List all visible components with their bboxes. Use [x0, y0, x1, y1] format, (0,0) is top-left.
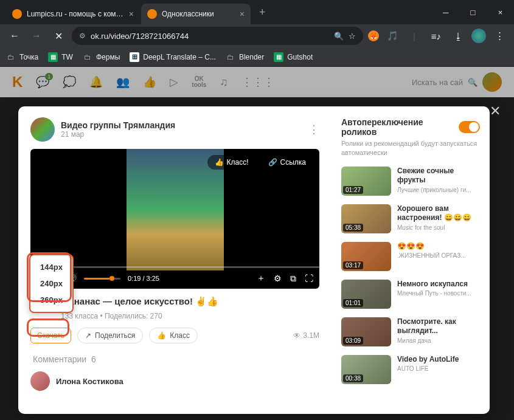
user-avatar[interactable]	[482, 72, 502, 92]
music-icon[interactable]: ♫	[220, 76, 228, 89]
reco-item[interactable]: 01:27Свежие сочные фруктыЛучшие (приколь…	[341, 167, 480, 196]
deepl-icon: ⊞	[130, 52, 139, 62]
reco-title: Свежие сочные фрукты	[397, 167, 480, 185]
favicon-icon	[147, 9, 157, 19]
post-title: ь ананас — целое искусство! ✌️👍	[61, 296, 319, 307]
link-button[interactable]: 🔗Ссылка	[261, 155, 313, 170]
tab-title: Одноклассники	[162, 10, 235, 18]
pip-icon[interactable]: ⧉	[290, 274, 296, 284]
thumb-icon: 👍	[157, 331, 166, 340]
video-modal: Видео группы Трямландия 21 мар ⋮ 👍Класс!…	[18, 106, 490, 414]
ok-logo[interactable]: K	[12, 74, 23, 91]
messages-icon[interactable]: 💬1	[36, 75, 49, 89]
autoplay-title: Автопереключение роликов	[341, 117, 459, 137]
menu-icon[interactable]: ⋮	[491, 27, 508, 44]
autoplay-toggle[interactable]	[459, 121, 480, 133]
playlist-icon[interactable]: ≡♪	[428, 27, 445, 44]
window-controls: ─ □ ×	[432, 0, 514, 24]
bookmark-gutshot[interactable]: ▦Gutshot	[274, 52, 313, 62]
reco-item[interactable]: 00:38Video by AutoLifeAUTO LIFE	[341, 355, 480, 384]
modal-close-icon[interactable]: ✕	[490, 103, 501, 119]
more-icon[interactable]: ⋮	[308, 123, 319, 136]
reco-source: Music for the soul	[397, 224, 480, 231]
bookmark-deepl[interactable]: ⊞DeepL Translate – С...	[130, 52, 216, 62]
close-icon[interactable]: ×	[129, 9, 134, 19]
link-icon: 🔗	[268, 158, 277, 167]
download-button[interactable]: Скачать	[30, 328, 71, 343]
bookmark-tw[interactable]: ▦TW	[48, 52, 73, 62]
comment-row[interactable]: Илона Костикова	[30, 371, 319, 391]
reco-thumb: 00:38	[341, 355, 391, 384]
quality-144[interactable]: 144px	[30, 259, 72, 275]
sheet-icon: ▦	[274, 52, 283, 62]
bookmark-fermy[interactable]: 🗀Фермы	[83, 52, 120, 62]
post-date: 21 мар	[61, 130, 302, 139]
apps-icon[interactable]: ⋮⋮⋮	[241, 75, 274, 89]
commenter-avatar[interactable]	[30, 371, 50, 391]
bookmark-tochka[interactable]: 🗀Точка	[6, 52, 38, 62]
group-name[interactable]: Видео группы Трямландия	[61, 120, 302, 130]
stop-button[interactable]: ✕	[50, 27, 67, 44]
eye-icon: 👁	[293, 331, 300, 340]
url-input[interactable]: ⚙ ok.ru/video/7128721066744 🔍 ☆	[72, 27, 363, 45]
media-icon[interactable]: 🎵	[384, 27, 401, 44]
settings-icon[interactable]: ⚙	[274, 274, 282, 283]
folder-icon: 🗀	[83, 52, 92, 62]
tab-lumpics[interactable]: Lumpics.ru - помощь с компью ×	[6, 4, 140, 24]
volume-slider[interactable]	[84, 278, 120, 280]
folder-icon: 🗀	[226, 52, 235, 62]
quality-360[interactable]: 360px	[30, 292, 72, 308]
post-header: Видео группы Трямландия 21 мар ⋮	[30, 117, 319, 142]
notifications-icon[interactable]: 🔔	[89, 75, 103, 89]
friends-icon[interactable]: 👥	[116, 75, 130, 89]
maximize-button[interactable]: □	[459, 0, 487, 24]
bookmark-blender[interactable]: 🗀Blender	[226, 52, 264, 62]
post-stats: 133 класса • Поделились: 270	[61, 312, 319, 320]
reco-item[interactable]: 03:09Посмотрите. как выглядит...Милая да…	[341, 317, 480, 346]
bookmark-icon[interactable]: ☆	[349, 32, 356, 41]
like-icon[interactable]: 👍	[143, 75, 156, 89]
site-settings-icon[interactable]: ⚙	[79, 32, 86, 40]
metamask-icon[interactable]: 🦊	[368, 30, 379, 41]
tab-odnoklassniki[interactable]: Одноклассники ×	[141, 4, 251, 24]
video-controls: ▶ ⏭ 🔊 0:19 / 3:25 ＋ ⚙ ⧉ ⛶	[30, 268, 319, 289]
reco-item[interactable]: 01:01Немного искупалсяМлечный Путь - нов…	[341, 280, 480, 309]
post-info: Видео группы Трямландия 21 мар	[61, 120, 302, 139]
browser-titlebar: Lumpics.ru - помощь с компью × Однокласс…	[0, 0, 514, 24]
sidebar: Автопереключение роликов Ролики из реком…	[332, 106, 490, 414]
back-button[interactable]: ←	[6, 27, 23, 44]
video-icon[interactable]: ▷	[170, 75, 178, 89]
fullscreen-icon[interactable]: ⛶	[305, 274, 313, 283]
forward-button[interactable]: →	[28, 27, 45, 44]
reco-item[interactable]: 03:17😍😍😍.ЖИЗНЕННЫЙ ОРГАЗ...	[341, 242, 480, 271]
video-player[interactable]: 👍Класс! 🔗Ссылка ▶ ⏭ 🔊 0:19 / 3:25 ＋ ⚙ ⧉ …	[30, 149, 319, 289]
discussions-icon[interactable]: 💭	[63, 75, 76, 89]
share-button[interactable]: ↗Поделиться	[77, 328, 143, 343]
reco-thumb: 01:01	[341, 280, 391, 309]
close-button[interactable]: ×	[487, 0, 514, 24]
new-tab-button[interactable]: +	[252, 6, 273, 19]
minimize-button[interactable]: ─	[432, 0, 459, 24]
quality-240[interactable]: 240px	[30, 275, 72, 292]
profile-avatar[interactable]	[471, 29, 486, 43]
reco-item[interactable]: 05:38Хорошего вам настроения! 😄😄😄Music f…	[341, 204, 480, 233]
reco-source: Лучшие (прикольные) ги...	[397, 187, 480, 193]
reco-source: Млечный Путь - новости...	[397, 290, 480, 297]
bookmarks-bar: 🗀Точка ▦TW 🗀Фермы ⊞DeepL Translate – С..…	[0, 47, 514, 67]
tab-title: Lumpics.ru - помощь с компью	[27, 10, 124, 18]
download-icon[interactable]: ⭳	[450, 27, 467, 44]
ok-search[interactable]: Искать на сай 🔍	[412, 72, 502, 92]
thumb-icon: 👍	[215, 158, 224, 167]
ok-tools[interactable]: OKtools	[192, 76, 206, 88]
klass-button[interactable]: 👍Класс	[149, 328, 198, 343]
share-icon: ↗	[85, 331, 91, 340]
close-icon[interactable]: ×	[240, 9, 245, 19]
klass-button[interactable]: 👍Класс!	[207, 155, 256, 170]
sheet-icon: ▦	[48, 52, 58, 62]
add-icon[interactable]: ＋	[257, 273, 265, 284]
commenter-name[interactable]: Илона Костикова	[56, 377, 123, 386]
search-icon[interactable]: 🔍	[334, 32, 344, 41]
group-avatar[interactable]	[30, 117, 55, 142]
reco-title: Хорошего вам настроения! 😄😄😄	[397, 204, 480, 223]
views-count: 👁3.1M	[293, 331, 319, 340]
